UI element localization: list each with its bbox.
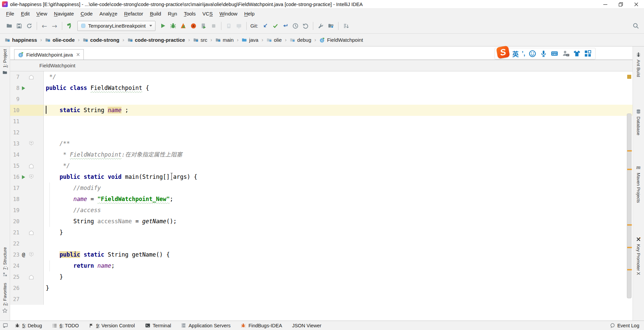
breadcrumb-src[interactable]: src [192, 36, 208, 44]
settings-wrench-button[interactable] [316, 21, 326, 31]
statusbar-5-debug[interactable]: 5: Debug [15, 323, 42, 328]
restore-button[interactable] [613, 0, 629, 8]
code-line-16[interactable]: 16 public static void main(String[]args)… [10, 171, 633, 183]
menu-item-analyze[interactable]: Analyze [96, 10, 120, 18]
ime-en[interactable]: 英 [512, 49, 518, 58]
tab-close-icon[interactable]: × [76, 52, 80, 58]
tool-window-button-ant-build[interactable]: Ant Build [633, 52, 644, 77]
code-line-13[interactable]: 13 /** [10, 138, 633, 149]
warning-stripe-mark[interactable] [627, 247, 632, 248]
ime-punct[interactable]: ’, [522, 50, 525, 57]
tool-window-button-2-favorites[interactable]: 2: Favorites [0, 283, 10, 313]
git-fetch-button[interactable] [280, 21, 290, 31]
breadcrumb-olie[interactable]: olie [266, 36, 282, 44]
menu-item-help[interactable]: Help [241, 10, 258, 18]
fold-end-icon[interactable] [29, 275, 34, 279]
code-line-20[interactable]: 20 String accessName = getName(); [10, 216, 633, 227]
warning-stripe-mark[interactable] [627, 150, 632, 152]
menu-item-vcs[interactable]: VCS [199, 10, 216, 18]
menu-item-navigate[interactable]: Navigate [50, 10, 77, 18]
code-line-27[interactable]: 27 [10, 294, 633, 305]
statusbar-findbugs-idea[interactable]: FindBugs-IDEA [241, 323, 282, 328]
code-line-23[interactable]: 23@ public static String getName() { [10, 249, 633, 260]
menu-item-refactor[interactable]: Refactor [121, 10, 147, 18]
coverage-button[interactable] [178, 21, 188, 31]
tool-window-button-1-project[interactable]: 1: Project [0, 49, 10, 75]
tool-window-switcher-icon[interactable] [2, 323, 9, 328]
fold-start-icon[interactable] [29, 252, 34, 257]
code-editor[interactable]: 7 */8public class FieldWatchpoint {910 s… [10, 71, 633, 321]
code-line-18[interactable]: 18 name = "FieldWatchpoint_New"; [10, 194, 633, 205]
run-button[interactable] [158, 21, 168, 31]
code-line-24[interactable]: 24 return name; [10, 260, 633, 271]
code-line-21[interactable]: 21 } [10, 227, 633, 238]
forward-arrow-button[interactable]: → [49, 21, 60, 31]
tool-window-button-maven-projects[interactable]: mMaven Projects [633, 164, 644, 203]
code-line-22[interactable]: 22 [10, 238, 633, 249]
code-line-10[interactable]: 10 static String name ; [10, 105, 633, 116]
code-line-14[interactable]: 14 * FieldWatchpoint:在对象指定属性上阻塞 [10, 149, 633, 160]
menu-item-run[interactable]: Run [165, 10, 181, 18]
statusbar-event-log[interactable]: Event Log [610, 323, 639, 328]
statusbar-terminal[interactable]: Terminal [145, 323, 171, 328]
project-structure-button[interactable] [326, 21, 336, 31]
code-line-17[interactable]: 17 //modify [10, 183, 633, 194]
code-line-7[interactable]: 7 */ [10, 71, 633, 82]
minimize-button[interactable] [598, 0, 613, 8]
ime-grid[interactable] [584, 50, 592, 58]
tool-window-button-key-promoter-x[interactable]: Key Promoter X [633, 237, 644, 275]
git-commit-button[interactable] [270, 21, 280, 31]
menu-item-code[interactable]: Code [77, 10, 96, 18]
back-arrow-button[interactable]: ← [39, 21, 49, 31]
warning-stripe-mark[interactable] [627, 224, 632, 226]
debug-button[interactable] [168, 21, 178, 31]
build-hammer-button[interactable] [65, 21, 75, 31]
open-folder-button[interactable] [4, 21, 14, 31]
tool-window-button-database[interactable]: Database [633, 109, 644, 135]
compare-button[interactable] [341, 21, 351, 31]
menu-item-tools[interactable]: Tools [180, 10, 199, 18]
code-line-11[interactable]: 11 [10, 116, 633, 127]
git-update-button[interactable] [260, 21, 270, 31]
profiler-button[interactable] [188, 21, 199, 31]
sogou-logo-icon[interactable]: S [496, 45, 510, 59]
save-button[interactable] [14, 21, 24, 31]
menu-item-view[interactable]: View [33, 10, 50, 18]
statusbar-9-version-control[interactable]: 9: Version Control [89, 323, 135, 328]
inspection-indicator[interactable] [627, 75, 631, 79]
run-configuration-select[interactable]: TemporaryLineBreakpoint [77, 21, 155, 31]
history-clock-button[interactable] [290, 21, 300, 31]
ime-user[interactable]: 2 [562, 50, 570, 58]
code-line-8[interactable]: 8public class FieldWatchpoint { [10, 82, 633, 94]
tab-fieldwatchpoint[interactable]: c FieldWatchpoint.java × [14, 49, 84, 60]
rollback-button[interactable] [300, 21, 311, 31]
warning-stripe-mark[interactable] [627, 269, 632, 270]
menu-item-build[interactable]: Build [146, 10, 164, 18]
ime-mic[interactable] [539, 50, 547, 58]
editor-scrollbar[interactable] [627, 113, 632, 298]
ime-shirt[interactable] [573, 50, 581, 58]
statusbar-6-todo[interactable]: 6: TODO [52, 323, 79, 328]
run-line-icon[interactable] [21, 175, 26, 179]
ime-keyboard[interactable] [550, 50, 559, 58]
breadcrumb-code-strong[interactable]: code-strong [82, 36, 120, 44]
statusbar-application-servers[interactable]: Application Servers [181, 323, 230, 328]
run-line-icon[interactable] [21, 86, 26, 91]
code-line-15[interactable]: 15 */ [10, 160, 633, 171]
menu-item-window[interactable]: Window [216, 10, 241, 18]
fold-end-icon[interactable] [29, 75, 34, 79]
warning-stripe-mark[interactable] [627, 169, 632, 170]
close-button[interactable] [629, 0, 644, 8]
breadcrumb-debug[interactable]: debug [289, 36, 312, 44]
breadcrumb-happiness[interactable]: happiness [4, 36, 38, 44]
breadcrumb-java[interactable]: java [241, 36, 259, 44]
code-line-12[interactable]: 12 [10, 127, 633, 138]
statusbar-json-viewer[interactable]: JSON Viewer [292, 323, 321, 328]
fold-start-icon[interactable] [29, 141, 34, 146]
ime-smiley[interactable] [528, 50, 536, 58]
breadcrumb-code-strong-practice[interactable]: code-strong-practice [127, 36, 186, 44]
code-line-9[interactable]: 9 [10, 94, 633, 105]
sync-button[interactable] [24, 21, 34, 31]
menu-item-edit[interactable]: Edit [17, 10, 33, 18]
fold-end-icon[interactable] [29, 164, 34, 168]
